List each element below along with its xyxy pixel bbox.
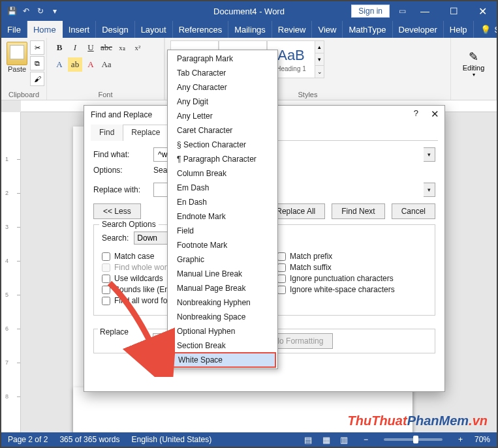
- view-web-icon[interactable]: ▥: [336, 434, 352, 445]
- special-menu-item[interactable]: Any Character: [168, 80, 277, 95]
- special-menu-item[interactable]: Graphic: [168, 252, 277, 267]
- strike-button[interactable]: abc: [99, 40, 114, 55]
- zoom-out-button[interactable]: −: [364, 435, 368, 444]
- cut-button[interactable]: ✂: [30, 40, 44, 55]
- special-menu-item[interactable]: Endnote Mark: [168, 209, 277, 224]
- dialog-help-icon[interactable]: ?: [414, 108, 418, 118]
- checkbox-option[interactable]: Ignore punctuation characters: [277, 274, 427, 283]
- options-label: Options:: [93, 166, 148, 175]
- cancel-button[interactable]: Cancel: [392, 203, 435, 219]
- special-menu-item[interactable]: Em Dash: [168, 181, 277, 195]
- replace-with-dropdown[interactable]: ▾: [424, 183, 435, 197]
- special-menu-item[interactable]: Section Break: [168, 338, 277, 353]
- view-read-icon[interactable]: ▤: [300, 434, 316, 445]
- italic-button[interactable]: I: [68, 40, 82, 55]
- replace-section-label: Replace: [98, 327, 148, 336]
- tab-home[interactable]: Home: [27, 21, 63, 38]
- special-menu-item[interactable]: Tab Character: [168, 66, 277, 80]
- tell-me-label[interactable]: Search: [495, 25, 498, 35]
- special-menu-item[interactable]: Any Digit: [168, 95, 277, 109]
- undo-icon[interactable]: ↶: [21, 6, 31, 16]
- search-icon[interactable]: 💡: [480, 25, 491, 35]
- tab-mathtype[interactable]: MathType: [343, 21, 392, 38]
- tab-review[interactable]: Review: [272, 21, 313, 38]
- checkbox-option[interactable]: Ignore white-space characters: [277, 285, 427, 294]
- tab-references[interactable]: References: [173, 21, 228, 38]
- checkbox-option[interactable]: Match suffix: [277, 263, 427, 272]
- find-what-dropdown[interactable]: ▾: [424, 147, 435, 162]
- special-menu-item[interactable]: Manual Page Break: [168, 281, 277, 295]
- zoom-slider[interactable]: [384, 438, 443, 441]
- dialog-tab-find[interactable]: Find: [91, 125, 123, 141]
- status-words[interactable]: 365 of 365 words: [59, 435, 119, 444]
- editing-button[interactable]: Editing: [463, 64, 485, 72]
- highlight-button[interactable]: ab: [68, 57, 82, 72]
- styles-gallery-expand[interactable]: ⌄: [315, 65, 324, 78]
- special-menu-item[interactable]: Field: [168, 224, 277, 238]
- special-menu-item[interactable]: Caret Character: [168, 123, 277, 138]
- tab-developer[interactable]: Developer: [393, 21, 444, 38]
- special-menu-item[interactable]: Nonbreaking Space: [168, 310, 277, 324]
- group-editing-label: [456, 97, 491, 98]
- underline-button[interactable]: U: [84, 40, 98, 55]
- superscript-button[interactable]: x²: [131, 40, 145, 55]
- change-case-button[interactable]: Aa: [99, 57, 114, 72]
- font-color-button[interactable]: A: [84, 57, 98, 72]
- tab-mailings[interactable]: Mailings: [228, 21, 272, 38]
- close-button[interactable]: ✕: [468, 1, 497, 21]
- signin-button[interactable]: Sign in: [351, 5, 390, 18]
- text-effects-button[interactable]: A: [52, 57, 67, 72]
- redo-icon[interactable]: ↻: [35, 6, 46, 16]
- styles-scroll-up[interactable]: ▴: [315, 41, 324, 53]
- search-direction-label: Search:: [102, 233, 129, 243]
- paste-button[interactable]: Paste: [7, 40, 27, 73]
- styles-scroll-down[interactable]: ▾: [315, 53, 324, 65]
- special-menu-item[interactable]: Footnote Mark: [168, 238, 277, 252]
- subscript-button[interactable]: x₂: [115, 40, 129, 55]
- special-menu-item[interactable]: White Space: [169, 352, 276, 368]
- dialog-close-icon[interactable]: ✕: [431, 108, 439, 120]
- checkbox-option[interactable]: Match prefix: [277, 252, 427, 261]
- ruler-vertical[interactable]: 12345678: [1, 112, 21, 432]
- special-menu-item[interactable]: ¶ Paragraph Character: [168, 152, 277, 166]
- view-print-icon[interactable]: ▦: [319, 434, 334, 445]
- tab-insert[interactable]: Insert: [63, 21, 97, 38]
- watermark: ThuThuatPhanMem.vn: [348, 413, 488, 428]
- tab-design[interactable]: Design: [96, 21, 134, 38]
- tab-file[interactable]: File: [1, 21, 27, 38]
- maximize-button[interactable]: ☐: [439, 1, 468, 21]
- special-menu-item[interactable]: § Section Character: [168, 138, 277, 152]
- tab-view[interactable]: View: [312, 21, 343, 38]
- replace-with-label: Replace with:: [93, 185, 148, 194]
- group-font-label: Font: [52, 89, 159, 98]
- minimize-button[interactable]: —: [411, 1, 439, 21]
- dialog-tab-replace[interactable]: Replace: [123, 125, 168, 141]
- window-title: Document4 - Word: [213, 7, 285, 16]
- zoom-in-button[interactable]: +: [458, 435, 463, 444]
- bold-button[interactable]: B: [52, 40, 67, 55]
- special-menu-item[interactable]: Nonbreaking Hyphen: [168, 295, 277, 310]
- special-menu-item[interactable]: Manual Line Break: [168, 267, 277, 281]
- zoom-level[interactable]: 70%: [475, 435, 490, 444]
- less-button[interactable]: << Less: [93, 203, 141, 219]
- special-menu-item[interactable]: Any Letter: [168, 109, 277, 123]
- format-painter-button[interactable]: 🖌: [30, 72, 44, 86]
- special-menu-item[interactable]: Paragraph Mark: [168, 52, 277, 66]
- status-page[interactable]: Page 2 of 2: [8, 435, 48, 444]
- special-menu-item[interactable]: Optional Hyphen: [168, 324, 277, 338]
- special-menu-item[interactable]: En Dash: [168, 195, 277, 209]
- ribbon-display-icon[interactable]: ▭: [394, 1, 411, 21]
- dialog-title: Find and Replace: [91, 110, 152, 119]
- status-language[interactable]: English (United States): [131, 435, 211, 444]
- tab-help[interactable]: Help: [444, 21, 474, 38]
- find-next-button[interactable]: Find Next: [332, 203, 384, 219]
- tab-layout[interactable]: Layout: [135, 21, 173, 38]
- copy-button[interactable]: ⧉: [30, 56, 44, 70]
- special-menu: Paragraph MarkTab CharacterAny Character…: [167, 50, 278, 369]
- qat-more-icon[interactable]: ▾: [50, 6, 60, 16]
- special-menu-item[interactable]: Column Break: [168, 166, 277, 181]
- paste-icon: [7, 42, 27, 65]
- search-options-legend: Search Options: [99, 220, 159, 229]
- save-icon[interactable]: 💾: [7, 6, 17, 16]
- group-font: B I U abc x₂ x² A ab A Aa Font: [47, 38, 164, 100]
